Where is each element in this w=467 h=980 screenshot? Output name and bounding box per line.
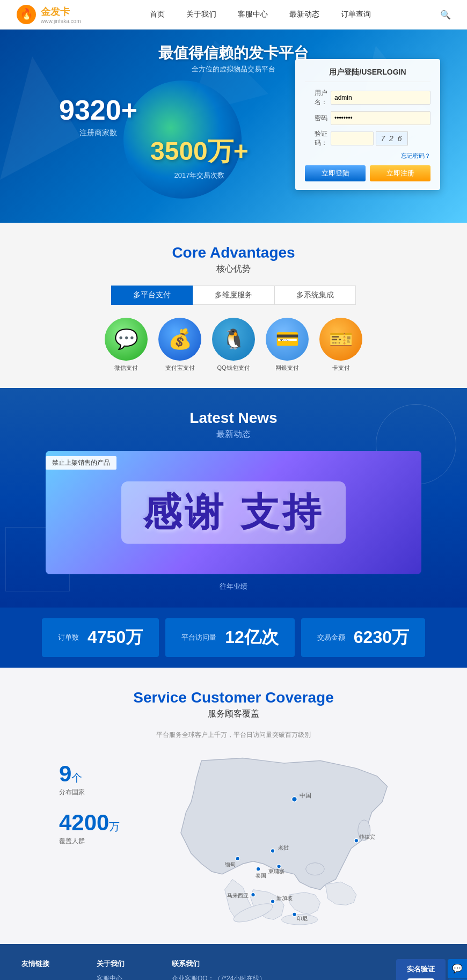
- logo-icon: 🔥: [16, 4, 37, 25]
- cert-label: 实名验证: [407, 964, 435, 974]
- coverage-section: Service Customer Coverage 服务顾客覆盖 平台服务全球客…: [0, 668, 467, 944]
- footer: 友情链接 关于我们 客服中心 帮助中心 企业资质 订单查询 用户登陆 用户注册 …: [0, 944, 467, 980]
- footer-qq-support: 企业客服QQ：（7*24小时在线）: [172, 974, 266, 980]
- advantages-title-en: Core Advantages: [11, 244, 456, 261]
- footer-links-title: 友情链接: [21, 959, 75, 969]
- svg-text:新加坡: 新加坡: [276, 895, 293, 901]
- logo-name: 金发卡: [41, 5, 81, 18]
- captcha-image[interactable]: 7 2 6: [376, 131, 408, 145]
- username-row: 用户名：: [305, 89, 430, 107]
- svg-point-19: [256, 867, 260, 871]
- news-tag: 禁止上架销售的产品: [46, 456, 116, 470]
- netbank-pay-icon: 💳: [266, 318, 309, 361]
- news-banner-wrap: 禁止上架销售的产品 感谢 支持: [46, 451, 421, 574]
- svg-text:東埔寨: 東埔寨: [268, 868, 284, 874]
- tab-multi-payment[interactable]: 多平台支付: [111, 286, 193, 305]
- stat-orders: 订单数 4750万: [42, 618, 159, 657]
- map-area: 中国 老挝 缅甸 東埔寨 菲律宾 泰国 新加坡: [140, 750, 408, 928]
- footer-top: 友情链接 关于我们 客服中心 帮助中心 企业资质 订单查询 用户登陆 用户注册 …: [21, 959, 446, 980]
- forgot-password-link[interactable]: 忘记密码？: [305, 152, 430, 160]
- stat-visits: 平台访问量 12亿次: [165, 618, 295, 657]
- footer-col-contact: 联系我们 企业客服QQ：（7*24小时在线） 商务合作QQ：: [172, 959, 266, 980]
- login-button[interactable]: 立即登陆: [305, 165, 366, 181]
- payment-icons-row: 💬 微信支付 💰 支付宝支付 🐧 QQ钱包支付 💳 网银支付 🎫 卡支付: [11, 318, 456, 372]
- footer-contact-title: 联系我们: [172, 959, 266, 969]
- login-box: 用户登陆/USERLOGIN 用户名： 密码 验证码： 7 2 6 忘记密码？ …: [295, 59, 440, 190]
- alipay-icon: 💰: [158, 318, 201, 361]
- footer-col-about: 关于我们 客服中心 帮助中心 企业资质 订单查询 用户登陆 用户注册: [97, 959, 150, 980]
- hero-stat-trades: 3500万+ 2017年交易次数: [150, 134, 249, 180]
- nav-orders[interactable]: 订单查询: [341, 10, 371, 19]
- logo-text: 金发卡 www.jinfaka.com: [41, 5, 81, 24]
- side-icon-1[interactable]: 💬: [448, 959, 467, 978]
- search-icon[interactable]: 🔍: [440, 10, 451, 20]
- advantages-title-cn: 核心优势: [11, 264, 456, 275]
- svg-point-25: [293, 912, 297, 917]
- advantages-tab-bar: 多平台支付 多维度服务 多系统集成: [11, 286, 456, 305]
- coverage-desc: 平台服务全球客户上千万，平台日访问量突破百万级别: [11, 730, 456, 740]
- hero-trade-label: 2017年交易次数: [150, 171, 249, 180]
- qq-pay-item: 🐧 QQ钱包支付: [212, 318, 255, 372]
- hero-subtitle: 全方位的虚拟物品交易平台: [192, 64, 275, 74]
- alipay-label: 支付宝支付: [165, 364, 195, 372]
- nav-home[interactable]: 首页: [150, 10, 165, 19]
- population-label: 覆盖人群: [59, 837, 123, 846]
- captcha-input[interactable]: [331, 131, 374, 145]
- wechat-pay-icon: 💬: [105, 318, 148, 361]
- card-pay-item: 🎫 卡支付: [319, 318, 362, 372]
- password-label: 密码: [305, 114, 327, 123]
- svg-text:老挝: 老挝: [278, 845, 289, 851]
- tab-multi-system[interactable]: 多系统集成: [274, 286, 356, 305]
- password-input[interactable]: [331, 111, 430, 125]
- nav-news[interactable]: 最新动态: [289, 10, 319, 19]
- stat-visits-value: 12亿次: [225, 626, 279, 649]
- hero-trade-count: 3500万+: [150, 134, 249, 169]
- username-input[interactable]: [331, 91, 430, 105]
- svg-text:马来西亚: 马来西亚: [227, 893, 249, 898]
- hero-merchant-count: 9320+: [59, 94, 137, 126]
- hero-merchant-label: 注册商家数: [59, 128, 137, 138]
- alipay-item: 💰 支付宝支付: [158, 318, 201, 372]
- svg-text:🔥: 🔥: [20, 8, 33, 20]
- tab-multi-service[interactable]: 多维度服务: [193, 286, 274, 305]
- cert-box: 实名验证 🏅: [396, 959, 446, 980]
- header: 🔥 金发卡 www.jinfaka.com 首页 关于我们 客服中心 最新动态 …: [0, 0, 467, 30]
- footer-right: 实名验证 🏅: [396, 959, 446, 980]
- coverage-stats: 9个 分布国家 4200万 覆盖人群: [59, 750, 123, 859]
- countries-label: 分布国家: [59, 788, 123, 797]
- countries-stat: 9个 分布国家: [59, 761, 123, 797]
- stat-transactions: 交易金额 6230万: [301, 618, 425, 657]
- news-archive-label: 往年业绩: [11, 582, 456, 591]
- stat-transactions-value: 6230万: [354, 626, 409, 649]
- svg-point-11: [271, 849, 275, 853]
- stats-row: 订单数 4750万 平台访问量 12亿次 交易金额 6230万: [0, 608, 467, 668]
- stat-orders-label: 订单数: [58, 633, 79, 642]
- logo-area: 🔥 金发卡 www.jinfaka.com: [16, 4, 81, 25]
- news-section: Latest News 最新动态 禁止上架销售的产品 感谢 支持 往年业绩: [0, 388, 467, 608]
- wechat-pay-label: 微信支付: [114, 364, 138, 372]
- svg-point-23: [251, 893, 256, 897]
- svg-text:缅甸: 缅甸: [225, 861, 236, 867]
- advantages-section: Core Advantages 核心优势 多平台支付 多维度服务 多系统集成 💬…: [0, 223, 467, 388]
- captcha-label: 验证码：: [305, 129, 327, 148]
- register-button[interactable]: 立即注册: [370, 165, 430, 181]
- svg-text:中国: 中国: [300, 792, 311, 799]
- stat-orders-value: 4750万: [87, 626, 143, 649]
- footer-col-links: 友情链接: [21, 959, 75, 980]
- stat-transactions-label: 交易金额: [317, 633, 345, 642]
- nav-about[interactable]: 关于我们: [186, 10, 216, 19]
- population-num: 4200万: [59, 810, 123, 836]
- hero-title: 最值得信赖的发卡平台: [158, 43, 309, 63]
- footer-link-support[interactable]: 客服中心: [97, 974, 150, 980]
- population-stat: 4200万 覆盖人群: [59, 810, 123, 846]
- svg-point-9: [292, 797, 297, 802]
- qq-pay-label: QQ钱包支付: [217, 364, 250, 372]
- map-svg: 中国 老挝 缅甸 東埔寨 菲律宾 泰国 新加坡: [140, 750, 408, 926]
- password-row: 密码: [305, 111, 430, 125]
- footer-about-title: 关于我们: [97, 959, 150, 969]
- hero-stat-merchants: 9320+ 注册商家数: [59, 94, 137, 138]
- wechat-pay-item: 💬 微信支付: [105, 318, 148, 372]
- netbank-pay-item: 💳 网银支付: [266, 318, 309, 372]
- svg-text:泰国: 泰国: [256, 873, 266, 879]
- nav-support[interactable]: 客服中心: [238, 10, 268, 19]
